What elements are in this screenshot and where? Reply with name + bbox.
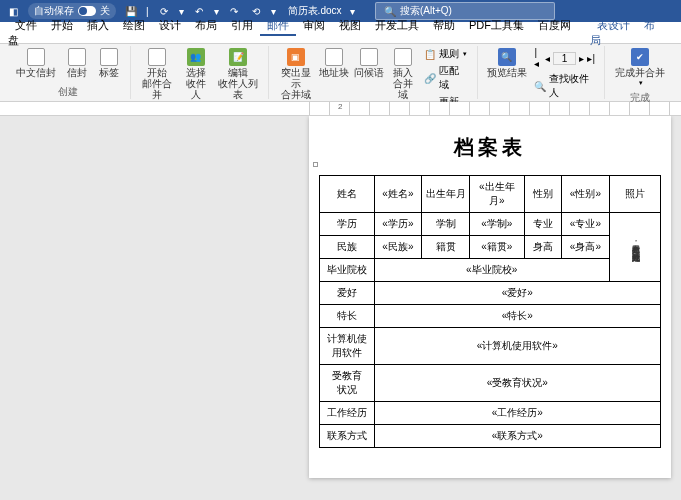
divider: | [146, 6, 149, 17]
toggle-switch-icon [78, 6, 96, 16]
divider: ▾ [214, 6, 219, 17]
chevron-down-icon[interactable]: ▾ [350, 6, 355, 17]
rules-icon: 📋 [424, 48, 436, 60]
ribbon-group-create: ✉中文信封 ✉信封 ▭标签 创建 [6, 46, 131, 99]
divider: ▾ [179, 6, 184, 17]
rules-button[interactable]: 📋规则▾ [421, 46, 471, 62]
edit-list-icon: 📝 [229, 48, 247, 66]
preview-icon: 🔍 [498, 48, 516, 66]
menu-tab-9[interactable]: 视图 [332, 16, 368, 34]
group-label: 创建 [58, 83, 78, 99]
first-record-icon[interactable]: |◂ [534, 47, 541, 69]
ribbon-group-write-insert: ▣突出显示 合并域 ▤地址块 ▤问候语 ▤插入 合并域▾ 📋规则▾ 🔗匹配域 🔄… [269, 46, 478, 99]
menu-tab-1[interactable]: 开始 [44, 16, 80, 34]
menu-tab-4[interactable]: 设计 [152, 16, 188, 34]
labels-button[interactable]: ▭标签 [94, 46, 124, 80]
ribbon-group-start-merge: ▤开始 邮件合并▾ 👥选择 收件人▾ 📝编辑 收件人列表 开始邮件合并 [131, 46, 269, 99]
record-nav[interactable]: |◂ ◂ 1 ▸ ▸| [531, 46, 598, 70]
menu-tab-11[interactable]: 帮助 [426, 16, 462, 34]
overflow[interactable]: ▾ [271, 6, 276, 17]
greeting-icon: ▤ [360, 48, 378, 66]
doc-icon: ▤ [148, 48, 166, 66]
find-icon: 🔍 [534, 80, 546, 92]
last-record-icon[interactable]: ▸| [587, 53, 595, 64]
match-icon: 🔗 [424, 72, 436, 84]
menu-tab-5[interactable]: 布局 [188, 16, 224, 34]
finish-merge-button[interactable]: ✔完成并合并▾ [611, 46, 669, 89]
insert-field-icon: ▤ [394, 48, 412, 66]
ruler-marker: 2 [338, 102, 342, 111]
finish-icon: ✔ [631, 48, 649, 66]
ribbon: ✉中文信封 ✉信封 ▭标签 创建 ▤开始 邮件合并▾ 👥选择 收件人▾ 📝编辑 … [0, 44, 681, 102]
chevron-down-icon: ▾ [639, 79, 643, 87]
search-icon: 🔍 [384, 6, 396, 17]
menu-tab-3[interactable]: 绘图 [116, 16, 152, 34]
address-block-button[interactable]: ▤地址块 [318, 46, 350, 80]
address-icon: ▤ [325, 48, 343, 66]
menu-tab-7[interactable]: 邮件 [260, 16, 296, 36]
menu-tab-6[interactable]: 引用 [224, 16, 260, 34]
menu-tab-12[interactable]: PDF工具集 [462, 16, 531, 34]
people-icon: 👥 [187, 48, 205, 66]
chinese-envelope-button[interactable]: ✉中文信封 [12, 46, 60, 80]
menu-tab-2[interactable]: 插入 [80, 16, 116, 34]
record-number[interactable]: 1 [553, 52, 577, 65]
ribbon-group-preview: 🔍预览结果 |◂ ◂ 1 ▸ ▸| 🔍查找收件人 ✓检查错误 预览结果 [478, 46, 605, 99]
edit-recipients-button[interactable]: 📝编辑 收件人列表 [214, 46, 263, 102]
menu-tab-8[interactable]: 审阅 [296, 16, 332, 34]
envelope-button[interactable]: ✉信封 [62, 46, 92, 80]
next-record-icon[interactable]: ▸ [579, 53, 584, 64]
preview-results-button[interactable]: 🔍预览结果 [484, 46, 530, 80]
ruler: 2 [0, 102, 681, 116]
label-icon: ▭ [100, 48, 118, 66]
match-fields-button[interactable]: 🔗匹配域 [421, 63, 471, 93]
prev-record-icon[interactable]: ◂ [545, 53, 550, 64]
greeting-line-button[interactable]: ▤问候语 [352, 46, 384, 80]
highlight-merge-field-button[interactable]: ▣突出显示 合并域 [275, 46, 316, 102]
ribbon-group-finish: ✔完成并合并▾ 完成 [605, 46, 675, 99]
envelope-icon: ✉ [68, 48, 86, 66]
highlight-icon: ▣ [287, 48, 305, 66]
envelope-icon: ✉ [27, 48, 45, 66]
menu-bar: 文件开始插入绘图设计布局引用邮件审阅视图开发工具帮助PDF工具集百度网盘 表设计… [0, 22, 681, 44]
menu-tab-10[interactable]: 开发工具 [368, 16, 426, 34]
find-recipient-button[interactable]: 🔍查找收件人 [531, 71, 598, 101]
